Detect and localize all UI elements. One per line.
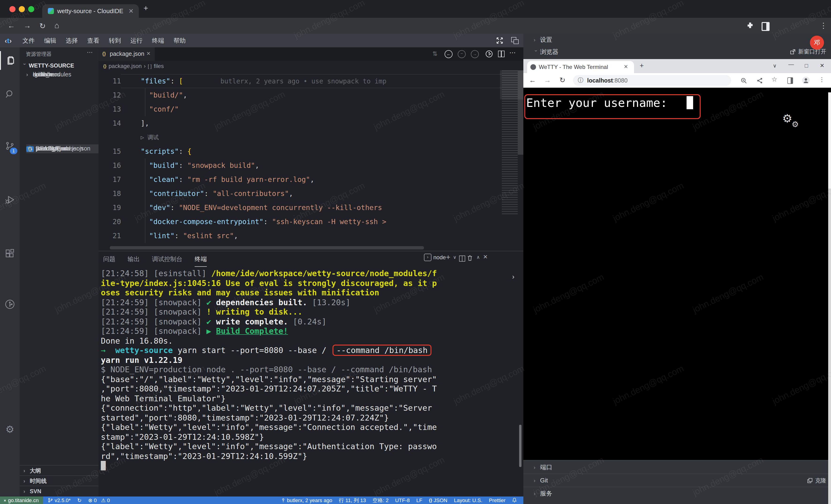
explorer-icon[interactable] — [0, 51, 21, 70]
clone-button[interactable]: 克隆 — [807, 474, 826, 487]
code-line[interactable]: 11"files": [butlerx, 2 years ago • use s… — [98, 74, 502, 88]
menu-item[interactable]: 选择 — [61, 34, 83, 47]
keyboard-layout[interactable]: Layout: U.S. — [454, 498, 482, 503]
webview-profile-icon[interactable] — [802, 77, 810, 84]
ports-section[interactable]: › 端口 — [523, 461, 831, 474]
webview-forward-icon[interactable]: → — [544, 76, 551, 84]
editor-hscrollbar[interactable] — [110, 246, 424, 249]
webview-minimize-icon[interactable]: — — [788, 61, 794, 67]
reload-icon[interactable]: ↻ — [39, 22, 46, 30]
mac-zoom-button[interactable] — [28, 6, 34, 12]
svn-section[interactable]: › SVN — [20, 486, 102, 497]
svn-circle-icon[interactable] — [0, 295, 20, 314]
code-line[interactable]: 14], — [98, 116, 502, 130]
webview-window-menu-icon[interactable]: ∨ — [773, 63, 777, 69]
menu-item[interactable]: 转到 — [104, 34, 126, 47]
encoding[interactable]: UTF-8 — [395, 498, 410, 503]
folder-item[interactable]: ›src — [26, 70, 105, 80]
extensions-puzzle-icon[interactable] — [747, 22, 754, 29]
webview-close-icon[interactable]: ✕ — [820, 62, 825, 69]
user-avatar[interactable]: 邓 — [810, 36, 824, 50]
forward-icon[interactable]: → — [24, 22, 31, 30]
layout-icon[interactable] — [511, 37, 516, 42]
menu-item[interactable]: 运行 — [126, 34, 147, 47]
explorer-more-icon[interactable]: ⋯ — [87, 49, 93, 56]
git-section[interactable]: › Git 克隆 — [523, 474, 831, 487]
split-terminal-icon[interactable] — [459, 256, 465, 262]
close-panel-icon[interactable]: ✕ — [483, 254, 488, 260]
code-line[interactable]: 17"clean": "rm -rf build yarn-error.log"… — [98, 173, 502, 186]
breadcrumb[interactable]: {} package.json › [ ] files — [103, 61, 164, 71]
source-control-icon[interactable]: 1 — [0, 137, 20, 155]
codelens-debug[interactable]: ▷ 调试 — [98, 130, 502, 144]
webview-new-tab-icon[interactable]: + — [640, 61, 644, 69]
back-icon[interactable]: ← — [7, 22, 15, 30]
code-line[interactable]: 16"build": "snowpack build", — [98, 158, 502, 173]
problems-status[interactable]: ⊗0 ⚠0 — [88, 497, 110, 503]
code-line[interactable]: 19"dev": "NODE_ENV=development concurren… — [98, 201, 502, 215]
panel-expand-chevron[interactable]: › — [512, 272, 514, 280]
terminal-scrollbar[interactable] — [519, 425, 521, 467]
code-line[interactable]: 12"build/", — [98, 88, 502, 102]
tab-close-icon[interactable]: ✕ — [128, 7, 134, 14]
timeline-section[interactable]: › 时间线 — [20, 475, 102, 486]
menu-item[interactable]: 帮助 — [169, 34, 191, 47]
panel-tab[interactable]: 输出 — [127, 252, 140, 266]
eol[interactable]: LF — [417, 498, 423, 503]
current-change-icon[interactable]: − — [458, 50, 466, 58]
menu-item[interactable]: 文件 — [18, 34, 39, 47]
webview-back-icon[interactable]: ← — [529, 76, 536, 84]
new-terminal-icon[interactable]: + — [446, 253, 451, 262]
code-line[interactable]: 15"scripts": { — [98, 144, 502, 158]
search-icon[interactable] — [0, 85, 20, 103]
editor-more-icon[interactable]: ⋯ — [509, 49, 516, 56]
wetty-settings-gear-icon-small[interactable]: ⚙ — [792, 120, 799, 129]
compare-changes-icon[interactable]: ⇅ — [432, 50, 437, 57]
blame-status[interactable]: butlerx, 2 years ago — [281, 498, 332, 503]
webview-menu-icon[interactable]: ⋮ — [819, 76, 825, 83]
branch-status[interactable]: v2.5.0* — [48, 498, 71, 503]
webview-reload-icon[interactable]: ↻ — [560, 76, 565, 84]
split-editor-icon[interactable] — [498, 51, 505, 57]
code-line[interactable]: 21"lint": "eslint src", — [98, 229, 502, 243]
file-item[interactable]: ●yarn.lock — [26, 144, 105, 153]
browser-section[interactable]: › 浏览器 新窗口打开 — [523, 46, 831, 58]
webview-url-bar[interactable]: ⓘ localhost:8080 — [573, 75, 731, 86]
next-change-icon[interactable]: → — [471, 50, 479, 58]
editor-scrollbar[interactable] — [518, 70, 523, 155]
shell-selector[interactable]: › node — [424, 254, 446, 261]
notifications-bell-icon[interactable] — [512, 498, 517, 503]
webview-sidebar-icon[interactable] — [787, 77, 793, 84]
cursor-position[interactable]: 行 11, 列 13 — [339, 497, 366, 504]
code-line[interactable]: 13"conf/" — [98, 102, 502, 116]
language-mode[interactable]: {}JSON — [429, 498, 448, 503]
terminal-dropdown-icon[interactable]: ∨ — [453, 255, 457, 260]
services-section[interactable]: › 服务 — [523, 487, 831, 500]
chrome-menu-icon[interactable]: ⋮ — [820, 21, 827, 30]
extensions-icon[interactable] — [0, 244, 20, 263]
code-line[interactable]: 18"contributor": "all-contributors", — [98, 186, 502, 201]
webview-restore-icon[interactable]: □ — [805, 62, 808, 69]
new-tab-button[interactable]: + — [143, 4, 148, 13]
maximize-panel-icon[interactable]: ∧ — [477, 255, 480, 260]
zoom-icon[interactable] — [741, 77, 747, 84]
panel-tab[interactable]: 调试控制台 — [152, 252, 182, 266]
settings-section[interactable]: › 设置 — [523, 34, 831, 46]
menu-item[interactable]: 查看 — [83, 34, 104, 47]
wetty-settings-gear-icon[interactable]: ⚙ — [782, 112, 792, 125]
prev-change-icon[interactable]: ← — [445, 50, 453, 58]
menu-item[interactable]: 终端 — [147, 34, 169, 47]
editor-tab-close-icon[interactable]: ✕ — [146, 51, 150, 57]
kill-terminal-icon[interactable] — [467, 255, 473, 262]
panel-tab[interactable]: 问题 — [103, 252, 115, 266]
remote-indicator[interactable]: ›‹ go.titanide.cn — [0, 497, 44, 504]
mac-minimize-button[interactable] — [19, 6, 25, 12]
code-line[interactable]: 20"docker-compose-entrypoint": "ssh-keys… — [98, 215, 502, 229]
fullscreen-icon[interactable] — [496, 37, 503, 44]
browser-tab[interactable]: wetty-source - CloudIDE ✕ — [42, 4, 139, 18]
menu-item[interactable]: 编辑 — [39, 34, 61, 47]
panel-tab[interactable]: 终端 — [195, 252, 207, 267]
manage-gear-icon[interactable]: ⚙ — [0, 420, 20, 439]
explorer-root[interactable]: › WETTY-SOURCE — [23, 61, 74, 70]
wetty-terminal[interactable]: Enter your username: ⚙ ⚙ — [523, 88, 831, 460]
